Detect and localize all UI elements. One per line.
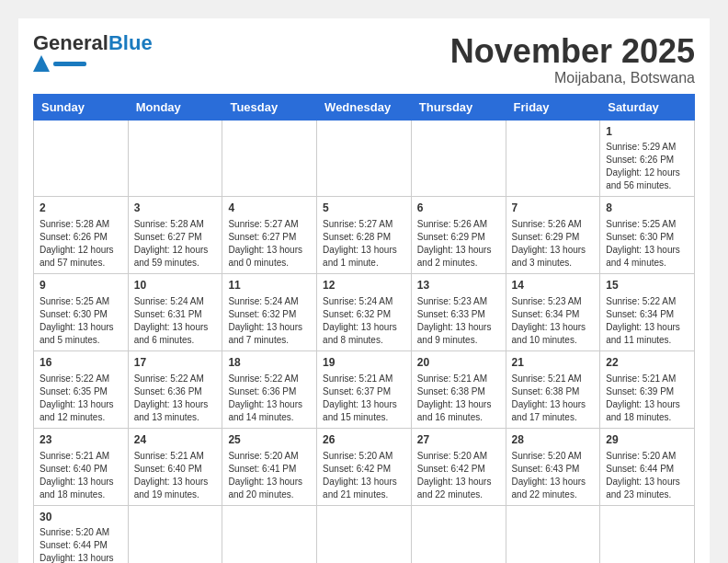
day-info: Sunrise: 5:20 AM Sunset: 6:42 PM Dayligh… [323,450,405,501]
calendar-cell [600,505,695,563]
calendar-cell: 16Sunrise: 5:22 AM Sunset: 6:35 PM Dayli… [34,350,129,428]
calendar-cell: 12Sunrise: 5:24 AM Sunset: 6:32 PM Dayli… [317,274,412,351]
calendar-cell: 28Sunrise: 5:20 AM Sunset: 6:43 PM Dayli… [506,428,600,505]
calendar-cell: 14Sunrise: 5:23 AM Sunset: 6:34 PM Dayli… [506,274,600,351]
calendar-cell [128,120,222,197]
month-title: November 2025 [450,33,695,70]
calendar-cell [34,120,129,197]
day-info: Sunrise: 5:22 AM Sunset: 6:36 PM Dayligh… [134,373,217,424]
calendar-cell: 2Sunrise: 5:28 AM Sunset: 6:26 PM Daylig… [34,197,129,274]
calendar-header-sunday: Sunday [34,94,129,120]
calendar-cell: 18Sunrise: 5:22 AM Sunset: 6:36 PM Dayli… [222,350,317,428]
week-row-3: 9Sunrise: 5:25 AM Sunset: 6:30 PM Daylig… [34,274,695,351]
header: General Blue November 2025 Moijabana, Bo… [33,33,695,86]
day-number: 1 [606,124,688,140]
logo-blue: Blue [108,33,153,53]
calendar-header-saturday: Saturday [600,94,695,120]
day-info: Sunrise: 5:23 AM Sunset: 6:33 PM Dayligh… [417,295,500,347]
day-info: Sunrise: 5:25 AM Sunset: 6:30 PM Dayligh… [606,218,688,270]
week-row-6: 30Sunrise: 5:20 AM Sunset: 6:44 PM Dayli… [34,505,695,563]
day-info: Sunrise: 5:28 AM Sunset: 6:27 PM Dayligh… [134,218,217,270]
day-info: Sunrise: 5:26 AM Sunset: 6:29 PM Dayligh… [512,218,595,270]
week-row-1: 1Sunrise: 5:29 AM Sunset: 6:26 PM Daylig… [34,120,695,197]
calendar-cell: 27Sunrise: 5:20 AM Sunset: 6:42 PM Dayli… [411,428,506,505]
calendar-cell: 13Sunrise: 5:23 AM Sunset: 6:33 PM Dayli… [411,274,506,351]
calendar-cell: 29Sunrise: 5:20 AM Sunset: 6:44 PM Dayli… [600,428,695,505]
day-info: Sunrise: 5:22 AM Sunset: 6:36 PM Dayligh… [228,373,311,424]
calendar-cell: 17Sunrise: 5:22 AM Sunset: 6:36 PM Dayli… [128,350,222,428]
day-info: Sunrise: 5:25 AM Sunset: 6:30 PM Dayligh… [40,295,122,347]
day-number: 22 [606,355,688,371]
day-number: 21 [512,355,595,371]
calendar-cell: 30Sunrise: 5:20 AM Sunset: 6:44 PM Dayli… [34,505,129,563]
calendar-cell: 1Sunrise: 5:29 AM Sunset: 6:26 PM Daylig… [600,120,695,197]
calendar-cell [317,120,412,197]
calendar-cell: 5Sunrise: 5:27 AM Sunset: 6:28 PM Daylig… [317,197,412,274]
day-number: 26 [323,432,405,448]
day-number: 25 [228,432,311,448]
day-info: Sunrise: 5:20 AM Sunset: 6:42 PM Dayligh… [417,450,500,501]
day-number: 2 [40,201,122,216]
day-number: 19 [323,355,405,371]
day-info: Sunrise: 5:24 AM Sunset: 6:32 PM Dayligh… [228,295,311,347]
day-info: Sunrise: 5:20 AM Sunset: 6:41 PM Dayligh… [228,450,311,501]
day-info: Sunrise: 5:27 AM Sunset: 6:28 PM Dayligh… [323,218,405,270]
calendar-header-tuesday: Tuesday [222,94,317,120]
calendar-cell: 8Sunrise: 5:25 AM Sunset: 6:30 PM Daylig… [600,197,695,274]
day-number: 17 [134,355,217,371]
title-area: November 2025 Moijabana, Botswana [450,33,695,86]
logo-general: General [33,33,108,53]
day-info: Sunrise: 5:21 AM Sunset: 6:37 PM Dayligh… [323,373,405,424]
day-number: 14 [512,278,595,293]
day-info: Sunrise: 5:20 AM Sunset: 6:44 PM Dayligh… [606,450,688,501]
day-info: Sunrise: 5:22 AM Sunset: 6:35 PM Dayligh… [40,373,122,424]
location: Moijabana, Botswana [450,70,695,86]
week-row-2: 2Sunrise: 5:28 AM Sunset: 6:26 PM Daylig… [34,197,695,274]
day-info: Sunrise: 5:29 AM Sunset: 6:26 PM Dayligh… [606,141,688,192]
week-row-4: 16Sunrise: 5:22 AM Sunset: 6:35 PM Dayli… [34,350,695,428]
calendar-cell: 11Sunrise: 5:24 AM Sunset: 6:32 PM Dayli… [222,274,317,351]
calendar-cell: 26Sunrise: 5:20 AM Sunset: 6:42 PM Dayli… [317,428,412,505]
week-row-5: 23Sunrise: 5:21 AM Sunset: 6:40 PM Dayli… [34,428,695,505]
day-info: Sunrise: 5:24 AM Sunset: 6:32 PM Dayligh… [323,295,405,347]
day-info: Sunrise: 5:23 AM Sunset: 6:34 PM Dayligh… [512,295,595,347]
day-info: Sunrise: 5:28 AM Sunset: 6:26 PM Dayligh… [40,218,122,270]
day-number: 6 [417,201,500,216]
day-info: Sunrise: 5:20 AM Sunset: 6:43 PM Dayligh… [512,450,595,501]
calendar-cell: 25Sunrise: 5:20 AM Sunset: 6:41 PM Dayli… [222,428,317,505]
calendar-header-wednesday: Wednesday [317,94,412,120]
day-number: 5 [323,201,405,216]
calendar-cell: 21Sunrise: 5:21 AM Sunset: 6:38 PM Dayli… [506,350,600,428]
calendar-cell: 22Sunrise: 5:21 AM Sunset: 6:39 PM Dayli… [600,350,695,428]
calendar-cell: 10Sunrise: 5:24 AM Sunset: 6:31 PM Dayli… [128,274,222,351]
day-number: 15 [606,278,688,293]
calendar-cell: 15Sunrise: 5:22 AM Sunset: 6:34 PM Dayli… [600,274,695,351]
day-info: Sunrise: 5:27 AM Sunset: 6:27 PM Dayligh… [228,218,311,270]
day-info: Sunrise: 5:22 AM Sunset: 6:34 PM Dayligh… [606,295,688,347]
calendar-cell: 9Sunrise: 5:25 AM Sunset: 6:30 PM Daylig… [34,274,129,351]
day-number: 9 [40,278,122,293]
day-number: 30 [40,510,122,525]
day-number: 27 [417,432,500,448]
day-number: 29 [606,432,688,448]
day-number: 7 [512,201,595,216]
calendar-cell: 4Sunrise: 5:27 AM Sunset: 6:27 PM Daylig… [222,197,317,274]
calendar-cell: 20Sunrise: 5:21 AM Sunset: 6:38 PM Dayli… [411,350,506,428]
calendar-cell [411,505,506,563]
calendar-cell [128,505,222,563]
day-number: 3 [134,201,217,216]
day-info: Sunrise: 5:21 AM Sunset: 6:39 PM Dayligh… [606,373,688,424]
logo: General Blue [33,33,153,72]
day-number: 13 [417,278,500,293]
day-number: 23 [40,432,122,448]
calendar-cell [317,505,412,563]
day-info: Sunrise: 5:20 AM Sunset: 6:44 PM Dayligh… [40,526,122,563]
day-info: Sunrise: 5:21 AM Sunset: 6:40 PM Dayligh… [134,450,217,501]
day-number: 28 [512,432,595,448]
calendar-cell: 6Sunrise: 5:26 AM Sunset: 6:29 PM Daylig… [411,197,506,274]
day-number: 24 [134,432,217,448]
calendar: SundayMondayTuesdayWednesdayThursdayFrid… [33,94,695,563]
calendar-cell [506,120,600,197]
day-number: 12 [323,278,405,293]
calendar-header-friday: Friday [506,94,600,120]
